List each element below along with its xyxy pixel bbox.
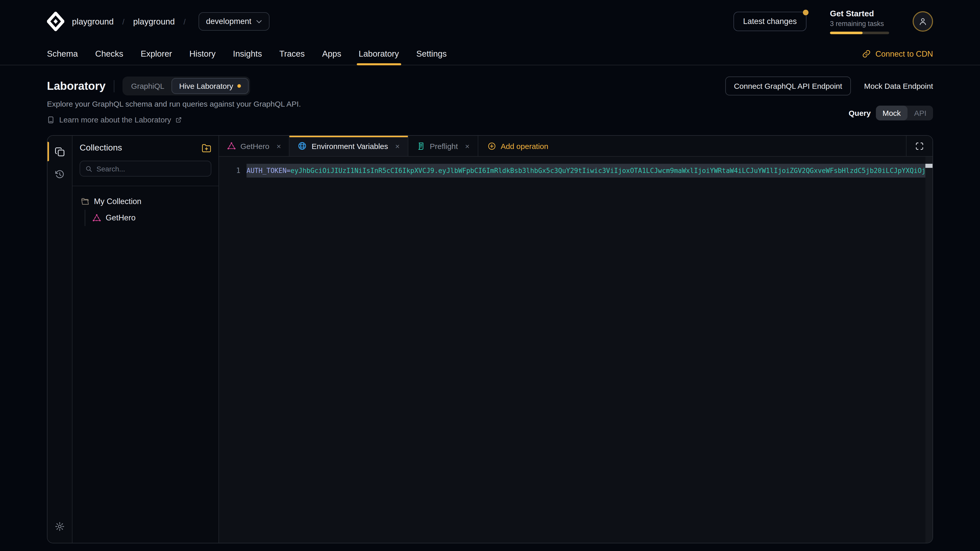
title-divider (114, 80, 115, 92)
page-title: Laboratory (47, 79, 106, 93)
collection-folder-row[interactable]: My Collection (79, 194, 212, 209)
code-line[interactable]: AUTH_TOKEN=eyJhbGciOiJIUzI1NiIsInR5cCI6I… (247, 164, 925, 178)
nav-item-apps[interactable]: Apps (322, 43, 341, 65)
tab-gethero[interactable]: GetHero × (219, 136, 290, 156)
editor-scrollbar-track (925, 157, 932, 543)
target-select[interactable]: development (198, 12, 270, 30)
globe-icon (298, 141, 307, 151)
page-header: Laboratory GraphiQL Hive Laboratory Expl… (0, 65, 980, 124)
collections-header: Collections (73, 136, 218, 186)
close-icon[interactable]: × (395, 142, 400, 150)
collections-title: Collections (80, 143, 122, 153)
top-bar: playground / playground / development La… (0, 0, 980, 43)
page-description: Explore your GraphQL schema and run quer… (47, 100, 301, 108)
tab-label: Preflight (430, 141, 458, 150)
get-started-progress-fill (830, 32, 862, 34)
get-started-subtitle: 3 remaining tasks (830, 20, 889, 27)
page-header-right: Connect GraphQL API Endpoint Mock Data E… (725, 76, 933, 124)
chevron-down-icon (256, 20, 262, 23)
fullscreen-icon (915, 141, 924, 150)
toggle-hive-laboratory[interactable]: Hive Laboratory (172, 78, 248, 94)
rail-active-indicator (48, 142, 49, 161)
search-input[interactable] (97, 165, 206, 173)
connect-to-cdn-link[interactable]: Connect to CDN (862, 49, 933, 59)
search-icon (85, 165, 92, 172)
main-nav: Schema Checks Explorer History Insights … (0, 43, 980, 65)
learn-more-label: Learn more about the Laboratory (59, 115, 171, 124)
nav-item-explorer[interactable]: Explorer (141, 43, 172, 65)
operation-row-gethero[interactable]: GetHero (92, 210, 212, 226)
notification-dot (803, 10, 808, 15)
get-started-widget[interactable]: Get Started 3 remaining tasks (830, 9, 889, 34)
line-number: 1 (219, 164, 240, 178)
learn-more-link[interactable]: Learn more about the Laboratory (47, 115, 301, 124)
nav-item-history[interactable]: History (189, 43, 216, 65)
endpoint-mode-segmented: Mock API (876, 106, 933, 121)
nav-item-insights[interactable]: Insights (233, 43, 262, 65)
editor-scrollbar-thumb[interactable] (925, 164, 932, 168)
avatar[interactable] (913, 11, 933, 32)
collections-search (80, 161, 211, 176)
endpoint-mode-api[interactable]: API (907, 106, 933, 121)
nav-item-checks[interactable]: Checks (95, 43, 123, 65)
folder-plus-icon[interactable] (202, 143, 211, 153)
external-link-icon (176, 117, 182, 123)
tab-label: GetHero (240, 141, 269, 150)
connect-to-cdn-label: Connect to CDN (875, 49, 933, 59)
plus-circle-icon (487, 141, 496, 150)
tab-preflight[interactable]: Preflight × (408, 136, 478, 156)
operation-label: GetHero (106, 213, 135, 222)
hive-logo-icon[interactable] (47, 12, 64, 31)
collections-rail-button[interactable] (49, 141, 70, 163)
environment-variables-editor[interactable]: 1 AUTH_TOKEN=eyJhbGciOiJIUzI1NiIsInR5cCI… (219, 157, 932, 543)
nav-item-schema[interactable]: Schema (47, 43, 78, 65)
collection-folder-label: My Collection (94, 197, 142, 206)
mock-data-endpoint-button[interactable]: Mock Data Endpoint (864, 82, 933, 90)
user-icon (918, 16, 928, 27)
hive-app: playground / playground / development La… (0, 0, 980, 551)
settings-rail-button[interactable] (49, 515, 70, 538)
nav-item-settings[interactable]: Settings (416, 43, 447, 65)
add-operation-button[interactable]: Add operation (478, 136, 558, 156)
collections-icon (54, 147, 65, 157)
breadcrumb-org[interactable]: playground (72, 17, 114, 26)
nav-items: Schema Checks Explorer History Insights … (47, 43, 447, 65)
tab-label: Environment Variables (312, 141, 388, 150)
link-icon (862, 49, 871, 58)
collections-sidebar: Collections (73, 136, 219, 543)
env-variable-value: eyJhbGciOiJIUzI1NiIsInR5cCI6IkpXVCJ9.eyJ… (290, 167, 925, 175)
tab-environment-variables[interactable]: Environment Variables × (290, 136, 408, 156)
fullscreen-button[interactable] (906, 136, 932, 156)
connect-graphql-endpoint-button[interactable]: Connect GraphQL API Endpoint (725, 76, 851, 95)
close-icon[interactable]: × (465, 142, 469, 150)
query-mode-label: Query (849, 109, 871, 118)
env-variable-name: AUTH_TOKEN= (247, 167, 290, 175)
endpoint-mode-mock[interactable]: Mock (876, 106, 907, 121)
add-operation-label: Add operation (501, 141, 549, 150)
history-rail-button[interactable] (49, 163, 70, 186)
breadcrumb-project[interactable]: playground (133, 17, 175, 26)
breadcrumb-separator: / (121, 17, 125, 26)
get-started-title: Get Started (830, 9, 889, 18)
history-icon (55, 169, 65, 179)
toggle-graphiql[interactable]: GraphiQL (124, 79, 172, 94)
breadcrumb-separator: / (183, 17, 186, 26)
hive-laboratory-dot (237, 84, 241, 88)
graphql-icon (92, 213, 101, 222)
nav-item-traces[interactable]: Traces (279, 43, 305, 65)
target-select-value: development (206, 17, 251, 26)
collection-children: GetHero (85, 210, 212, 226)
graphql-icon (227, 141, 236, 150)
script-icon (417, 141, 425, 150)
close-icon[interactable]: × (277, 142, 281, 150)
gear-icon (55, 521, 65, 532)
icon-rail (48, 136, 73, 543)
latest-changes-button[interactable]: Latest changes (733, 12, 807, 31)
editor-tab-bar: GetHero × Environment Variables × (219, 136, 932, 157)
collections-tree: My Collection (73, 186, 218, 234)
get-started-progress (830, 32, 889, 34)
latest-changes-label: Latest changes (743, 17, 797, 25)
tab-bar-spacer (557, 136, 906, 156)
toggle-hive-laboratory-label: Hive Laboratory (179, 82, 233, 90)
nav-item-laboratory[interactable]: Laboratory (359, 43, 399, 65)
